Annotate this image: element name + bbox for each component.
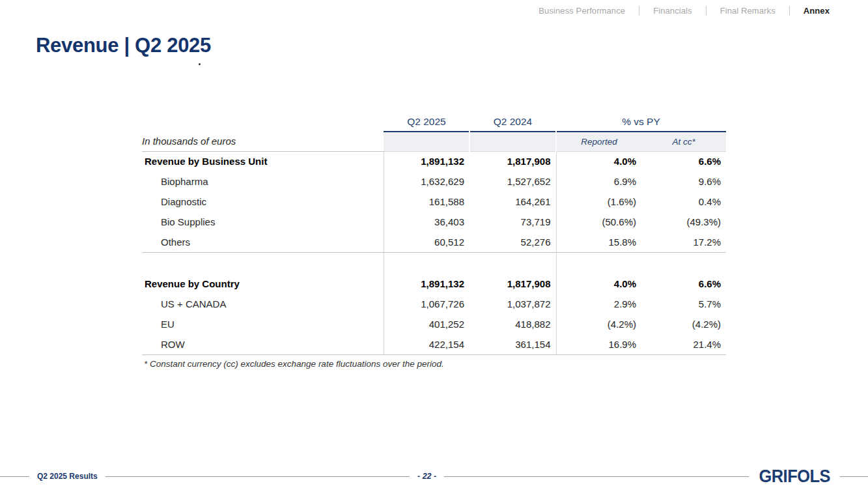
cell-reported: 6.9% [556,171,641,192]
footer-rule [0,476,29,477]
cell-q2-2025: 1,891,132 [384,151,469,171]
cell-reported: 4.0% [556,151,641,171]
subheader-at-cc: At cc* [641,132,726,151]
empty-header-cell [142,114,384,132]
table-row: Revenue by Country 1,891,132 1,817,908 4… [142,274,726,294]
footer-rule [105,476,410,477]
row-label: Biopharma [142,171,384,192]
row-label: EU [142,314,384,334]
cell-q2-2025: 1,891,132 [384,274,469,294]
cell-at-cc: (49.3%) [641,212,726,232]
col-header-q2-2024: Q2 2024 [469,114,556,132]
nav-separator [789,6,790,16]
cell-q2-2025: 1,067,726 [384,294,469,314]
cell-q2-2024: 52,276 [469,232,556,252]
cell-at-cc: 9.6% [641,171,726,192]
table-row: US + CANADA 1,067,726 1,037,872 2.9% 5.7… [142,294,726,314]
col-header-pct-vs-py: % vs PY [556,114,726,132]
cell-at-cc: 0.4% [641,192,726,212]
page-title: Revenue | Q2 2025 [36,34,211,57]
table-row: ROW 422,154 361,154 16.9% 21.4% [142,334,726,354]
page-number: - 22 - [417,472,436,481]
cell-q2-2025: 161,588 [384,192,469,212]
cell-q2-2024: 418,882 [469,314,556,334]
cell-q2-2024: 1,527,652 [469,171,556,192]
row-label: ROW [142,334,384,354]
slide: Business Performance Financials Final Re… [0,0,868,488]
cell-reported: 2.9% [556,294,641,314]
cell-q2-2024: 1,037,872 [469,294,556,314]
nav-item-annex[interactable]: Annex [804,6,830,16]
col-header-q2-2025: Q2 2025 [384,114,469,132]
table-row: Biopharma 1,632,629 1,527,652 6.9% 9.6% [142,171,726,192]
nav-item-financials[interactable]: Financials [653,6,692,16]
cell-q2-2025: 422,154 [384,334,469,354]
row-label: Others [142,232,384,252]
unit-note: In thousands of euros [142,132,384,151]
nav-item-business-performance[interactable]: Business Performance [539,6,625,16]
cell-at-cc: 6.6% [641,151,726,171]
cell-reported: (50.6%) [556,212,641,232]
row-label: US + CANADA [142,294,384,314]
grifols-logo: GRIFOLS [759,466,830,487]
cell-q2-2025: 36,403 [384,212,469,232]
cell-q2-2024: 1,817,908 [469,274,556,294]
revenue-table: Q2 2025 Q2 2024 % vs PY In thousands of … [142,114,726,355]
row-label: Bio Supplies [142,212,384,232]
subheader-cell-q2-2025 [384,132,469,151]
cell-q2-2025: 401,252 [384,314,469,334]
cell-q2-2024: 361,154 [469,334,556,354]
footnote: * Constant currency (cc) excludes exchan… [144,359,444,369]
cell-at-cc: 6.6% [641,274,726,294]
nav-separator [706,6,707,16]
cell-reported: 15.8% [556,232,641,252]
cell-reported: (1.6%) [556,192,641,212]
subheader-reported: Reported [556,132,641,151]
section-nav: Business Performance Financials Final Re… [539,6,830,16]
cell-reported: (4.2%) [556,314,641,334]
footer-rule [444,476,748,477]
cell-at-cc: (4.2%) [641,314,726,334]
row-label: Diagnostic [142,192,384,212]
cell-q2-2024: 1,817,908 [469,151,556,171]
table-subheader-row: In thousands of euros Reported At cc* [142,132,726,151]
cell-q2-2025: 60,512 [384,232,469,252]
cell-reported: 4.0% [556,274,641,294]
cell-at-cc: 21.4% [641,334,726,354]
row-label: Revenue by Business Unit [142,151,384,171]
subheader-cell-q2-2024 [469,132,556,151]
table-column-header-row: Q2 2025 Q2 2024 % vs PY [142,114,726,132]
table-row: Bio Supplies 36,403 73,719 (50.6%) (49.3… [142,212,726,232]
cell-q2-2024: 73,719 [469,212,556,232]
footer-rule [840,476,868,477]
footer: Q2 2025 Results - 22 - GRIFOLS [0,468,868,484]
cell-at-cc: 5.7% [641,294,726,314]
nav-separator [639,6,639,16]
cell-q2-2025: 1,632,629 [384,171,469,192]
cell-at-cc: 17.2% [641,232,726,252]
cell-q2-2024: 164,261 [469,192,556,212]
table-row: Revenue by Business Unit 1,891,132 1,817… [142,151,726,171]
table-row: EU 401,252 418,882 (4.2%) (4.2%) [142,314,726,334]
table-row: Others 60,512 52,276 15.8% 17.2% [142,232,726,252]
row-label: Revenue by Country [142,274,384,294]
title-period-dot [199,63,201,65]
footer-deck-title: Q2 2025 Results [37,472,98,481]
nav-item-final-remarks[interactable]: Final Remarks [720,6,776,16]
section-spacer-row [142,252,726,274]
cell-reported: 16.9% [556,334,641,354]
table-row: Diagnostic 161,588 164,261 (1.6%) 0.4% [142,192,726,212]
